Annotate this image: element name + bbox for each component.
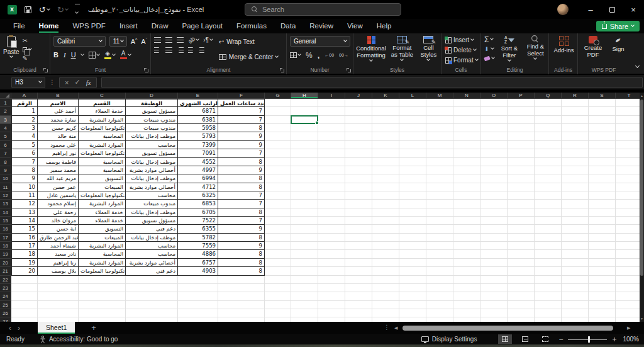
cell-K6[interactable] (372, 141, 399, 149)
cell-C4[interactable]: تكنولوجيا المعلومات (79, 124, 126, 132)
cell-O4[interactable] (480, 124, 508, 132)
cell-R16[interactable] (562, 225, 589, 233)
cell-M22[interactable] (426, 276, 453, 284)
alignment-dialog-launcher[interactable] (280, 68, 284, 72)
cell-N27[interactable] (453, 317, 480, 322)
cell-F4[interactable]: 8 (218, 124, 265, 132)
page-break-view-button[interactable] (538, 334, 552, 344)
tab-scroll-splitter[interactable]: ⋮ (384, 324, 390, 331)
cell-G26[interactable] (265, 309, 291, 317)
cell-D18[interactable]: محاسب (126, 242, 178, 250)
cell-E4[interactable]: 5958 (178, 124, 218, 132)
cell-Q26[interactable] (535, 309, 562, 317)
cell-D20[interactable]: أخصائي موارد بشرية (126, 259, 178, 267)
cell-M9[interactable] (426, 166, 453, 174)
cell-D10[interactable]: موظف إدخال بيانات (126, 174, 178, 183)
cell-S9[interactable] (589, 166, 616, 174)
cell-Q5[interactable] (535, 132, 562, 140)
cell-Q14[interactable] (535, 208, 562, 217)
cell-M13[interactable] (426, 200, 453, 208)
tab-insert[interactable]: Insert (113, 20, 145, 33)
cancel-entry-button[interactable]: × (65, 79, 69, 86)
cell-E24[interactable] (178, 292, 218, 300)
align-bottom-icon[interactable] (177, 37, 184, 43)
cell-M26[interactable] (426, 309, 453, 317)
cell-T22[interactable] (616, 276, 640, 284)
cell-I25[interactable] (318, 301, 345, 309)
cell-I19[interactable] (318, 250, 345, 258)
cell-M17[interactable] (426, 234, 453, 242)
cell-D12[interactable]: محاسب (126, 191, 178, 200)
cell-B24[interactable] (38, 292, 79, 300)
cell-H18[interactable] (291, 242, 318, 250)
cell-M11[interactable] (426, 183, 453, 191)
delete-cells-button[interactable]: Delete (445, 47, 480, 54)
cell-N5[interactable] (453, 132, 480, 140)
cell-I5[interactable] (318, 132, 345, 140)
cell-M16[interactable] (426, 225, 453, 233)
cell-I21[interactable] (318, 267, 345, 275)
row-header-17[interactable]: 17 (0, 234, 11, 242)
cell-T7[interactable] (616, 149, 640, 157)
cell-F8[interactable]: 8 (218, 158, 265, 166)
cell-H14[interactable] (291, 208, 318, 217)
scroll-up-icon[interactable]: ▲ (640, 94, 644, 98)
cell-C11[interactable]: المبيعات (79, 183, 126, 191)
cell-I7[interactable] (318, 149, 345, 157)
next-sheet-button[interactable]: › (18, 324, 20, 333)
cell-M20[interactable] (426, 259, 453, 267)
cell-N9[interactable] (453, 166, 480, 174)
cell-D21[interactable]: دعم فني (126, 267, 178, 275)
cell-E16[interactable]: 6355 (178, 225, 218, 233)
cell-P17[interactable] (508, 234, 535, 242)
cell-S11[interactable] (589, 183, 616, 191)
cell-styles-button[interactable]: Cell Styles (418, 36, 439, 61)
decrease-indent-icon[interactable] (188, 47, 195, 53)
cell-D15[interactable]: مسؤول تسويق (126, 217, 178, 225)
cell-N7[interactable] (453, 149, 480, 157)
cell-I2[interactable] (318, 107, 345, 115)
cell-T25[interactable] (616, 301, 640, 309)
cell-I1[interactable] (318, 99, 345, 107)
cell-K8[interactable] (372, 158, 399, 166)
cell-S1[interactable] (589, 99, 616, 107)
cell-E25[interactable] (178, 301, 218, 309)
cell-T6[interactable] (616, 141, 640, 149)
cell-M4[interactable] (426, 124, 453, 132)
cell-F16[interactable]: 9 (218, 225, 265, 233)
cell-F26[interactable] (218, 309, 265, 317)
cell-D25[interactable] (126, 301, 178, 309)
cell-D7[interactable]: مسؤول تسويق (126, 149, 178, 157)
cell-N6[interactable] (453, 141, 480, 149)
cell-B12[interactable]: ياسمين عادل (38, 191, 79, 200)
cell-J18[interactable] (345, 242, 372, 250)
cell-D16[interactable]: دعم فني (126, 225, 178, 233)
cell-Q18[interactable] (535, 242, 562, 250)
cell-E1[interactable]: الراتب الشهري (178, 99, 218, 107)
cell-E21[interactable]: 4903 (178, 267, 218, 275)
cell-L18[interactable] (399, 242, 426, 250)
cell-J16[interactable] (345, 225, 372, 233)
cell-H3[interactable] (291, 116, 318, 124)
cell-S15[interactable] (589, 217, 616, 225)
cell-B3[interactable]: سارة محمد (38, 116, 79, 124)
cell-J22[interactable] (345, 276, 372, 284)
cell-S10[interactable] (589, 174, 616, 183)
cell-O11[interactable] (480, 183, 508, 191)
column-header-J[interactable]: J (345, 93, 372, 99)
cell-O16[interactable] (480, 225, 508, 233)
cell-J10[interactable] (345, 174, 372, 183)
cell-C1[interactable]: القسم (79, 99, 126, 107)
cell-I14[interactable] (318, 208, 345, 217)
cell-H21[interactable] (291, 267, 318, 275)
cell-D4[interactable]: مندوب مبيعات (126, 124, 178, 132)
cell-B13[interactable]: إسلام محمود (38, 200, 79, 208)
cell-R26[interactable] (562, 309, 589, 317)
cell-K17[interactable] (372, 234, 399, 242)
fill-button[interactable]: ⬇ (484, 45, 494, 52)
cell-A1[interactable]: الرقم (11, 99, 38, 107)
cell-S3[interactable] (589, 116, 616, 124)
cell-B25[interactable] (38, 301, 79, 309)
row-header-7[interactable]: 7 (0, 149, 11, 157)
cell-B27[interactable] (38, 317, 79, 322)
